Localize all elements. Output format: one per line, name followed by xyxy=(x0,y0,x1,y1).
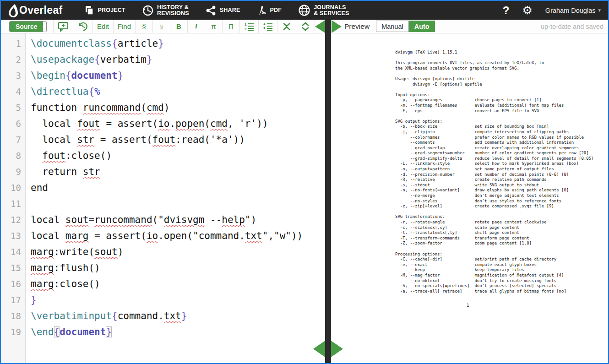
code-line[interactable]: marg:write(sout) xyxy=(31,244,325,260)
code-line[interactable]: end xyxy=(31,180,325,196)
line-number: 11 xyxy=(1,196,21,212)
expand-lines-icon xyxy=(300,22,310,32)
nav-item-pdf[interactable]: PDF xyxy=(257,5,282,16)
section-button[interactable]: § xyxy=(135,20,152,33)
code-lines[interactable]: \documentclass{article}\usepackage{verba… xyxy=(26,33,325,363)
user-menu[interactable]: Graham Douglas ▾ xyxy=(545,7,601,14)
gear-icon[interactable]: ⚙ xyxy=(522,5,532,16)
pdf-preview[interactable]: dvisvgm (TeX Live) 1.15.1 This program c… xyxy=(331,33,608,363)
line-number: 3 xyxy=(1,68,21,84)
code-line[interactable]: \begin{document} xyxy=(31,68,325,84)
line-number: 1 xyxy=(1,36,21,52)
pdf-icon xyxy=(257,5,267,16)
overleaf-logo[interactable]: Overleaf xyxy=(7,4,62,17)
code-line[interactable]: local str = assert(fout:read('*a')) xyxy=(31,132,325,148)
italic-button[interactable]: I xyxy=(187,20,205,33)
code-line[interactable]: fout:close() xyxy=(31,148,325,164)
collapse-editor-icon[interactable] xyxy=(315,20,325,33)
overleaf-window: Overleaf PROJECT HISTORY &REVISIONS SHAR… xyxy=(0,0,609,364)
line-number: 14 xyxy=(1,244,21,260)
numbered-list-button[interactable]: 12 xyxy=(239,20,258,33)
code-line[interactable]: marg:flush() xyxy=(31,260,325,276)
bold-button[interactable]: B xyxy=(170,20,187,33)
rich-text-mode-button[interactable]: Rich Text xyxy=(43,22,46,32)
comment-add-icon xyxy=(58,22,69,32)
code-line[interactable]: } xyxy=(31,292,325,308)
editor-toolbar-buttons: Edit Find § § B I π Π 12 xyxy=(53,20,315,33)
expand-preview-bottom-icon[interactable] xyxy=(331,341,343,357)
display-math-button[interactable]: Π xyxy=(222,20,239,33)
nav-item-label: SHARE xyxy=(220,7,240,13)
overleaf-leaf-icon xyxy=(7,4,19,17)
main-split: Source Rich Text Edit Find § § B I xyxy=(1,20,608,363)
nav-menu: PROJECT HISTORY &REVISIONS SHARE PDF JOU… xyxy=(84,4,349,16)
compile-status: up-to-date and saved xyxy=(541,23,608,30)
svg-text:1: 1 xyxy=(245,22,247,27)
find-button[interactable]: Find xyxy=(113,20,135,33)
line-number: 12 xyxy=(1,212,21,228)
manual-compile-button[interactable]: Manual xyxy=(376,21,409,32)
code-line[interactable]: \verbatiminput{command.txt} xyxy=(31,308,325,324)
line-number: 15 xyxy=(1,260,21,276)
code-line[interactable]: local sout=runcommand("dvisvgm --help") xyxy=(31,212,325,228)
nav-item-label: HISTORY &REVISIONS xyxy=(157,5,189,16)
history-clock-icon xyxy=(142,5,154,16)
user-name: Graham Douglas xyxy=(545,7,596,14)
edit-menu-button[interactable]: Edit xyxy=(92,20,113,33)
line-number: 10 xyxy=(1,180,21,196)
code-line[interactable]: local marg = assert(io.open("command.txt… xyxy=(31,228,325,244)
auto-compile-button[interactable]: Auto xyxy=(409,21,435,32)
editor-toolbar: Source Rich Text Edit Find § § B I xyxy=(1,20,325,33)
compile-mode-toggle: Manual Auto xyxy=(376,21,435,32)
nav-item-label: PROJECT xyxy=(98,7,125,13)
source-mode-button[interactable]: Source xyxy=(10,22,43,32)
code-line[interactable]: \directlua{% xyxy=(31,84,325,100)
add-comment-button[interactable] xyxy=(53,20,73,33)
subsection-button[interactable]: § xyxy=(152,20,170,33)
line-number: 6 xyxy=(1,116,21,132)
track-changes-button[interactable] xyxy=(73,20,92,33)
line-number: 16 xyxy=(1,276,21,292)
code-line[interactable]: local fout = assert(io.popen(cmd, 'r')) xyxy=(31,116,325,132)
bullet-list-icon xyxy=(263,22,273,31)
line-number: 18 xyxy=(1,308,21,324)
line-number: 2 xyxy=(1,52,21,68)
code-line[interactable]: \end{document} xyxy=(31,324,325,340)
line-number: 7 xyxy=(1,132,21,148)
pdf-page-number: 1 xyxy=(331,294,608,308)
code-line[interactable]: function runcommand(cmd) xyxy=(31,100,325,116)
globe-icon xyxy=(298,4,310,16)
nav-item-label: PDF xyxy=(270,7,282,13)
nav-item-journals-services[interactable]: JOURNALS& SERVICES xyxy=(298,4,349,16)
collapse-lines-button[interactable] xyxy=(277,20,296,33)
collapse-editor-bottom-icon[interactable] xyxy=(313,341,325,357)
collapse-lines-icon xyxy=(282,22,292,32)
pdf-text: dvisvgm (TeX Live) 1.15.1 This program c… xyxy=(331,33,608,294)
mode-toggle: Source Rich Text xyxy=(9,21,47,32)
code-line[interactable]: marg:close() xyxy=(31,276,325,292)
line-number: 5 xyxy=(1,100,21,116)
nav-item-history-revisions[interactable]: HISTORY &REVISIONS xyxy=(142,5,189,16)
code-line[interactable] xyxy=(31,196,325,212)
preview-toolbar: Preview Manual Auto up-to-date and saved xyxy=(331,20,608,33)
share-icon xyxy=(206,5,217,16)
inline-math-button[interactable]: π xyxy=(205,20,222,33)
gutter: 12345678910111213141516171819 xyxy=(1,33,26,363)
nav-right: ? ⚙ Graham Douglas ▾ xyxy=(503,4,601,17)
line-number: 8 xyxy=(1,148,21,164)
logo-text: Overleaf xyxy=(19,4,62,16)
bullet-list-button[interactable] xyxy=(258,20,277,33)
source-editor[interactable]: 12345678910111213141516171819 \documentc… xyxy=(1,33,325,363)
svg-text:2: 2 xyxy=(245,27,247,31)
help-icon[interactable]: ? xyxy=(503,4,510,17)
numbered-list-icon: 12 xyxy=(244,22,254,31)
code-line[interactable]: \documentclass{article} xyxy=(31,36,325,52)
nav-item-project[interactable]: PROJECT xyxy=(84,5,125,16)
expand-preview-icon[interactable] xyxy=(332,20,342,33)
history-undo-icon xyxy=(77,21,88,32)
expand-lines-button[interactable] xyxy=(296,20,315,33)
code-line[interactable]: return str xyxy=(31,164,325,180)
nav-item-share[interactable]: SHARE xyxy=(206,5,240,16)
pane-divider[interactable] xyxy=(325,20,331,363)
code-line[interactable]: \usepackage{verbatim} xyxy=(31,52,325,68)
